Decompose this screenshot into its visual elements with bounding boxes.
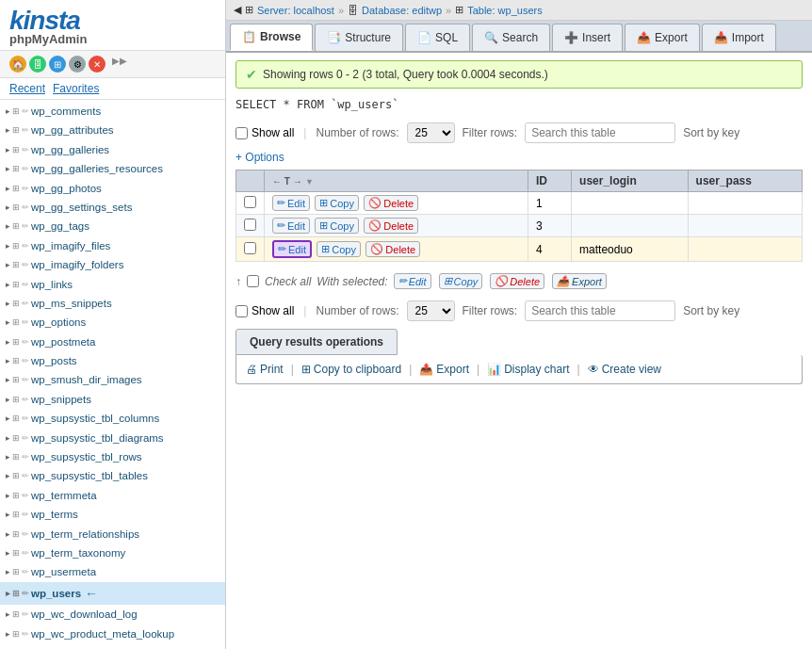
sidebar-tree-item-13[interactable]: ▸⊞✏wp_posts: [0, 351, 225, 370]
check-all-label[interactable]: Check all: [265, 275, 311, 288]
sidebar-tree-item-7[interactable]: ▸⊞✏wp_imagify_files: [0, 236, 225, 255]
sidebar-tree-item-16[interactable]: ▸⊞✏wp_supsystic_tbl_columns: [0, 409, 225, 428]
breadcrumb-server[interactable]: Server: localhost: [257, 5, 334, 16]
th-user-pass[interactable]: user_pass: [688, 170, 802, 192]
nav-tab-insert[interactable]: ➕Insert: [552, 24, 623, 51]
th-user-login[interactable]: user_login: [572, 170, 688, 192]
delete-btn-2[interactable]: 🚫 Delete: [365, 241, 420, 257]
sidebar-tree-item-20[interactable]: ▸⊞✏wp_termmeta: [0, 486, 225, 505]
nav-tab-export[interactable]: 📤Export: [625, 24, 700, 51]
tree-item-label: wp_usermeta: [31, 563, 96, 580]
search-input-bottom[interactable]: [525, 300, 675, 321]
sidebar-tree-item-0[interactable]: ▸⊞✏wp_comments: [0, 102, 225, 121]
with-selected-delete[interactable]: 🚫 Delete: [490, 273, 544, 289]
num-rows-select-bottom[interactable]: 2550100: [407, 300, 455, 321]
sidebar-tree-item-15[interactable]: ▸⊞✏wp_snippets: [0, 390, 225, 409]
sidebar-tree-item-14[interactable]: ▸⊞✏wp_smush_dir_images: [0, 370, 225, 389]
tab-icon-0: 📋: [242, 30, 256, 43]
table-small-icon: ⊞: [12, 258, 20, 271]
exit-icon[interactable]: ✕: [89, 56, 106, 73]
num-rows-select-top[interactable]: 2550100: [407, 122, 455, 143]
copy-btn-0[interactable]: ⊞ Copy: [315, 195, 359, 211]
sidebar-tree-item-3[interactable]: ▸⊞✏wp_gg_galleries_resources: [0, 159, 225, 178]
with-selected-edit[interactable]: ✏ Edit: [394, 273, 431, 289]
sidebar-tree-item-26[interactable]: ▸⊞✏wp_wc_download_log: [0, 605, 225, 624]
sidebar-tree-item-9[interactable]: ▸⊞✏wp_links: [0, 275, 225, 294]
print-action[interactable]: 🖨 Print: [246, 363, 284, 376]
home-icon[interactable]: 🏠: [9, 56, 26, 73]
display-chart-action[interactable]: 📊 Display chart: [487, 363, 569, 376]
query-results-button[interactable]: Query results operations: [235, 329, 398, 355]
sidebar-tree-item-8[interactable]: ▸⊞✏wp_imagify_folders: [0, 255, 225, 274]
sidebar-tree-item-10[interactable]: ▸⊞✏wp_ms_snippets: [0, 294, 225, 313]
row-cb-2[interactable]: [244, 242, 256, 254]
sidebar-tree-item-2[interactable]: ▸⊞✏wp_gg_galleries: [0, 140, 225, 159]
nav-tab-browse[interactable]: 📋Browse: [230, 24, 313, 51]
row-actions-1: ✏ Edit ⊞ Copy 🚫 Delete: [265, 215, 528, 237]
sidebar-tree-item-6[interactable]: ▸⊞✏wp_gg_tags: [0, 217, 225, 235]
table-small-icon: ⊞: [12, 565, 20, 578]
delete-btn-0[interactable]: 🚫 Delete: [364, 195, 418, 211]
recent-link[interactable]: Recent: [9, 82, 45, 95]
breadcrumb-table[interactable]: Table: wp_users: [467, 5, 543, 16]
breadcrumb-sep3: 🗄: [348, 5, 358, 16]
nav-tab-import[interactable]: 📥Import: [702, 24, 776, 51]
sidebar-tree-item-23[interactable]: ▸⊞✏wp_term_taxonomy: [0, 544, 225, 562]
check-all-checkbox[interactable]: [247, 275, 259, 287]
row-pass-0: [688, 192, 802, 215]
with-selected-export[interactable]: 📤 Export: [552, 273, 607, 289]
check-icon: ✔: [246, 67, 257, 82]
filter-rows-label-top: Filter rows:: [463, 126, 518, 139]
sidebar-tree-item-4[interactable]: ▸⊞✏wp_gg_photos: [0, 179, 225, 198]
copy-btn-1[interactable]: ⊞ Copy: [315, 218, 359, 234]
sidebar-tree-item-1[interactable]: ▸⊞✏wp_gg_attributes: [0, 121, 225, 139]
options-toggle[interactable]: + Options: [235, 151, 803, 164]
favorites-link[interactable]: Favorites: [53, 82, 99, 95]
sidebar-tree-item-24[interactable]: ▸⊞✏wp_usermeta: [0, 562, 225, 581]
sidebar-tree-item-17[interactable]: ▸⊞✏wp_supsystic_tbl_diagrams: [0, 429, 225, 447]
search-input-top[interactable]: [525, 122, 675, 143]
sidebar-tree-item-12[interactable]: ▸⊞✏wp_postmeta: [0, 333, 225, 351]
tree-expand-icon: ▸: [6, 546, 10, 560]
edit-btn-2[interactable]: ✏ Edit: [272, 240, 312, 258]
export-action[interactable]: 📤 Export: [419, 363, 469, 376]
sidebar-tree-item-19[interactable]: ▸⊞✏wp_supsystic_tbl_tables: [0, 466, 225, 485]
tab-label-1: Structure: [345, 31, 391, 44]
tree-expand-icon: ▸: [6, 508, 10, 521]
edit-btn-1[interactable]: ✏ Edit: [272, 218, 310, 234]
tab-icon-6: 📥: [714, 31, 728, 44]
pencil-small-icon: ✏: [22, 105, 29, 118]
table-small-icon: ⊞: [12, 469, 20, 482]
th-id[interactable]: ID: [528, 170, 571, 192]
sidebar-tree-item-22[interactable]: ▸⊞✏wp_term_relationships: [0, 525, 225, 544]
sidebar-tree-item-27[interactable]: ▸⊞✏wp_wc_product_meta_lookup: [0, 625, 225, 643]
nav-tab-sql[interactable]: 📄SQL: [405, 24, 470, 51]
nav-tab-search[interactable]: 🔍Search: [472, 24, 550, 51]
copy-clipboard-action[interactable]: ⊞ Copy to clipboard: [301, 363, 401, 376]
sidebar-tree-item-25[interactable]: ▸⊞✏wp_users←: [0, 582, 225, 605]
edit-btn-0[interactable]: ✏ Edit: [272, 195, 310, 211]
table-row: ✏ Edit ⊞ Copy 🚫 Delete 1: [236, 192, 803, 215]
with-selected-copy[interactable]: ⊞ Copy: [439, 273, 483, 289]
nav-back[interactable]: ◀: [234, 4, 241, 16]
row-cb-0[interactable]: [244, 196, 256, 208]
row-pass-2: [688, 237, 802, 262]
breadcrumb-database[interactable]: Database: editwp: [362, 5, 442, 16]
pencil-small-icon: ✏: [22, 527, 29, 541]
success-bar: ✔ Showing rows 0 - 2 (3 total, Query too…: [235, 60, 803, 89]
sidebar-tree-item-18[interactable]: ▸⊞✏wp_supsystic_tbl_rows: [0, 447, 225, 466]
show-all-checkbox-top[interactable]: [235, 127, 248, 139]
table-icon[interactable]: ⊞: [49, 56, 66, 73]
create-view-action[interactable]: 👁 Create view: [588, 363, 661, 376]
nav-tab-structure[interactable]: 📑Structure: [315, 24, 403, 51]
copy-btn-2[interactable]: ⊞ Copy: [317, 241, 361, 257]
show-all-checkbox-bottom[interactable]: [235, 305, 248, 317]
settings-icon[interactable]: ⚙: [69, 56, 86, 73]
db-icon[interactable]: 🗄: [29, 56, 46, 73]
sql-query-line: SELECT * FROM `wp_users`: [235, 96, 803, 113]
sidebar-tree-item-11[interactable]: ▸⊞✏wp_options: [0, 313, 225, 332]
sidebar-tree-item-21[interactable]: ▸⊞✏wp_terms: [0, 505, 225, 524]
delete-btn-1[interactable]: 🚫 Delete: [364, 218, 418, 234]
sidebar-tree-item-5[interactable]: ▸⊞✏wp_gg_settings_sets: [0, 198, 225, 217]
row-cb-1[interactable]: [244, 219, 256, 231]
